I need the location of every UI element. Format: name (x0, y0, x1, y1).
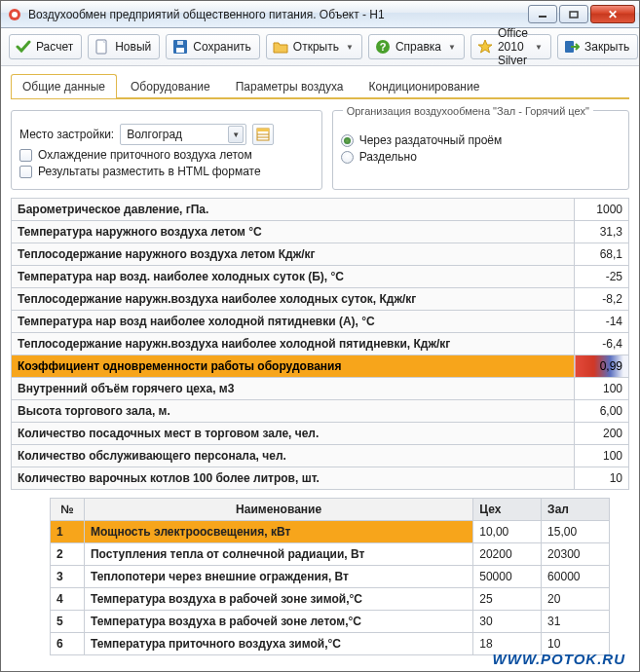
param-value[interactable]: 1000 (575, 199, 629, 221)
sub-num: 4 (51, 588, 85, 611)
col-zal: Зал (542, 499, 610, 521)
new-button[interactable]: Новый (88, 34, 160, 59)
param-value[interactable]: 100 (575, 378, 629, 400)
param-value[interactable]: 0,99 (575, 355, 629, 378)
open-button[interactable]: Открыть ▼ (266, 34, 362, 59)
tab-conditioning-label: Кондиционирование (369, 80, 480, 93)
sub-row: 3Теплопотери через внешние ограждения, В… (51, 566, 610, 588)
sub-num: 5 (51, 611, 85, 633)
param-value[interactable]: 100 (575, 445, 629, 467)
organization-legend: Организация воздухообмена "Зал - Горячий… (343, 105, 593, 117)
through-opening-label: Через раздаточный проём (359, 133, 503, 147)
calc-button[interactable]: Расчет (9, 34, 82, 59)
param-label: Внутренний объём горячего цеха, м3 (12, 378, 575, 400)
sub-ceh[interactable]: 30 (473, 611, 542, 633)
caret-down-icon: ▼ (448, 43, 456, 52)
sub-name: Температура воздуха в рабочей зоне зимой… (84, 588, 472, 611)
param-label: Количество посадочных мест в торговом за… (12, 423, 575, 445)
param-value[interactable]: 68,1 (575, 243, 629, 266)
html-results-label: Результаты разместить в HTML формате (38, 165, 261, 178)
save-button[interactable]: Сохранить (166, 34, 260, 59)
svg-rect-3 (570, 12, 578, 18)
sub-zal[interactable]: 20300 (542, 543, 610, 566)
maximize-button[interactable] (559, 5, 588, 23)
param-label: Теплосодержание наружного воздуха летом … (12, 243, 575, 266)
help-button[interactable]: ? Справка ▼ (368, 34, 465, 59)
sub-row: 2Поступления тепла от солнечной радиации… (51, 543, 610, 566)
place-combo[interactable]: Волгоград ▼ (120, 124, 246, 145)
tab-air-params[interactable]: Параметры воздуха (224, 74, 356, 98)
titlebar: Воздухообмен предприятий общественного п… (1, 1, 639, 28)
toolbar: Расчет Новый Сохранить Открыть ▼ ? Справ… (1, 28, 639, 66)
param-label: Высота торгового зала, м. (12, 400, 575, 423)
param-value[interactable]: 10 (575, 467, 629, 490)
minimize-button[interactable] (528, 5, 557, 23)
param-value[interactable]: -6,4 (575, 333, 629, 355)
param-value[interactable]: 6,00 (575, 400, 629, 423)
param-value[interactable]: 31,3 (575, 221, 629, 243)
caret-down-icon[interactable]: ▼ (228, 126, 244, 143)
sub-row: 5Температура воздуха в рабочей зоне лето… (51, 611, 610, 633)
lookup-button[interactable] (252, 124, 274, 145)
sub-ceh[interactable]: 50000 (473, 566, 542, 588)
sub-row: 1Мощность электроосвещения, кВт10,0015,0… (51, 521, 610, 543)
param-row: Теплосодержание наружн.воздуха наиболее … (12, 288, 629, 311)
separate-radio[interactable] (341, 151, 354, 164)
save-label: Сохранить (193, 40, 251, 54)
param-value[interactable]: -8,2 (575, 288, 629, 311)
close-button[interactable]: ✕ (590, 5, 635, 23)
sub-num: 3 (51, 566, 85, 588)
table-icon (256, 128, 270, 141)
cooling-checkbox[interactable] (19, 149, 32, 162)
sub-name: Поступления тепла от солнечной радиации,… (84, 543, 472, 566)
sub-zal[interactable]: 20 (542, 588, 610, 611)
param-row: Теплосодержание наружн.воздуха наиболее … (12, 333, 629, 355)
separate-label: Раздельно (359, 150, 417, 164)
params-table: Барометрическое давление, гПа.1000Темпер… (11, 198, 629, 490)
param-row: Температура нар возд. наиболее холодных … (12, 266, 629, 288)
sub-ceh[interactable]: 25 (473, 588, 542, 611)
sub-ceh[interactable]: 10,00 (473, 521, 542, 543)
exit-icon (564, 39, 580, 55)
sub-num: 2 (51, 543, 85, 566)
sub-row: 4Температура воздуха в рабочей зоне зимо… (51, 588, 610, 611)
help-icon: ? (375, 39, 391, 55)
tab-strip: Общие данные Оборудование Параметры возд… (1, 66, 639, 98)
html-results-checkbox[interactable] (19, 166, 32, 178)
tab-equipment[interactable]: Оборудование (119, 74, 222, 98)
param-value[interactable]: -14 (575, 311, 629, 333)
param-label: Температура наружного воздуха летом °С (12, 221, 575, 243)
param-row: Количество обслуживающего персонала, чел… (12, 445, 629, 467)
svg-text:?: ? (380, 41, 387, 53)
sub-zal[interactable]: 15,00 (542, 521, 610, 543)
param-label: Коэффициент одновременности работы обору… (12, 355, 575, 378)
sub-zal[interactable]: 60000 (542, 566, 610, 588)
tab-conditioning[interactable]: Кондиционирование (358, 74, 492, 98)
content-area: Место застройки: Волгоград ▼ Охлаждение … (1, 100, 639, 671)
place-label: Место застройки: (19, 128, 114, 141)
through-opening-radio[interactable] (341, 134, 354, 147)
sub-name: Теплопотери через внешние ограждения, Вт (84, 566, 472, 588)
app-window: Воздухообмен предприятий общественного п… (0, 0, 640, 672)
close-app-button[interactable]: Закрыть (557, 34, 638, 59)
param-row: Количество варочных котлов 100 более лит… (12, 467, 629, 490)
col-num: № (51, 499, 85, 521)
param-label: Барометрическое давление, гПа. (12, 199, 575, 221)
tab-general[interactable]: Общие данные (11, 74, 117, 98)
footer-link[interactable]: WWW.POTOK.RU (493, 651, 625, 667)
sub-name: Мощность электроосвещения, кВт (84, 521, 472, 543)
param-row: Температура нар возд наиболее холодной п… (12, 311, 629, 333)
param-row: Внутренний объём горячего цеха, м3100 (12, 378, 629, 400)
tab-equipment-label: Оборудование (131, 80, 210, 93)
window-controls: ✕ (526, 5, 635, 23)
close-app-label: Закрыть (584, 40, 629, 54)
sub-ceh[interactable]: 20200 (473, 543, 542, 566)
param-label: Теплосодержание наружн.воздуха наиболее … (12, 288, 575, 311)
theme-button[interactable]: Office 2010 Silver ▼ (471, 34, 551, 59)
sub-num: 1 (51, 521, 85, 543)
param-value[interactable]: 200 (575, 423, 629, 445)
open-label: Открыть (293, 40, 339, 54)
sub-zal[interactable]: 31 (542, 611, 610, 633)
open-icon (273, 39, 288, 55)
param-value[interactable]: -25 (575, 266, 629, 288)
